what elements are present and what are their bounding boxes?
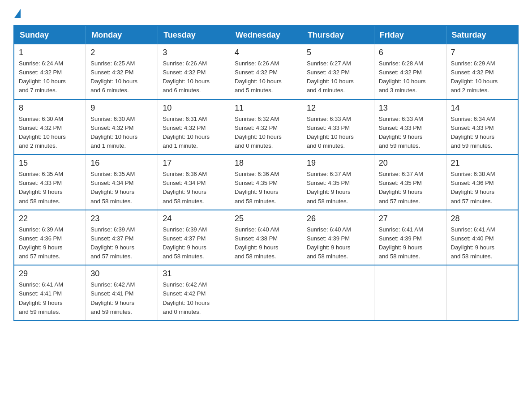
calendar-cell: 20Sunrise: 6:37 AMSunset: 4:35 PMDayligh… [374,154,446,210]
day-info: Sunrise: 6:35 AMSunset: 4:34 PMDaylight:… [90,170,153,206]
calendar-cell: 22Sunrise: 6:39 AMSunset: 4:36 PMDayligh… [14,210,86,265]
calendar-cell: 12Sunrise: 6:33 AMSunset: 4:33 PMDayligh… [302,99,374,155]
day-number: 8 [19,103,81,113]
weekday-header-row: SundayMondayTuesdayWednesdayThursdayFrid… [14,26,518,44]
day-number: 12 [307,103,369,113]
day-number: 20 [379,158,442,168]
calendar-cell [230,265,302,321]
calendar-cell: 10Sunrise: 6:31 AMSunset: 4:32 PMDayligh… [158,99,230,155]
day-number: 19 [307,158,369,168]
day-info: Sunrise: 6:41 AMSunset: 4:41 PMDaylight:… [19,280,81,317]
calendar-cell: 28Sunrise: 6:41 AMSunset: 4:40 PMDayligh… [446,210,518,265]
day-info: Sunrise: 6:30 AMSunset: 4:32 PMDaylight:… [90,115,153,151]
day-info: Sunrise: 6:30 AMSunset: 4:32 PMDaylight:… [19,115,81,151]
calendar-cell: 14Sunrise: 6:34 AMSunset: 4:33 PMDayligh… [446,99,518,155]
logo [13,9,21,16]
calendar-cell: 18Sunrise: 6:36 AMSunset: 4:35 PMDayligh… [230,154,302,210]
calendar-cell: 24Sunrise: 6:39 AMSunset: 4:37 PMDayligh… [158,210,230,265]
day-number: 24 [163,214,225,223]
calendar-cell: 30Sunrise: 6:42 AMSunset: 4:41 PMDayligh… [86,265,158,321]
weekday-header-thursday: Thursday [302,26,374,44]
day-number: 26 [307,214,369,223]
day-number: 15 [19,158,81,168]
day-info: Sunrise: 6:39 AMSunset: 4:37 PMDaylight:… [90,225,153,261]
calendar-cell: 21Sunrise: 6:38 AMSunset: 4:36 PMDayligh… [446,154,518,210]
calendar-cell: 11Sunrise: 6:32 AMSunset: 4:32 PMDayligh… [230,99,302,155]
day-number: 14 [451,103,513,113]
day-info: Sunrise: 6:39 AMSunset: 4:37 PMDaylight:… [163,225,225,261]
day-info: Sunrise: 6:39 AMSunset: 4:36 PMDaylight:… [19,225,81,261]
calendar-week-row: 22Sunrise: 6:39 AMSunset: 4:36 PMDayligh… [14,210,518,265]
day-info: Sunrise: 6:29 AMSunset: 4:32 PMDaylight:… [451,59,513,95]
day-info: Sunrise: 6:36 AMSunset: 4:34 PMDaylight:… [163,170,225,206]
day-info: Sunrise: 6:41 AMSunset: 4:39 PMDaylight:… [379,225,442,261]
day-info: Sunrise: 6:38 AMSunset: 4:36 PMDaylight:… [451,170,513,206]
day-info: Sunrise: 6:37 AMSunset: 4:35 PMDaylight:… [379,170,442,206]
day-number: 6 [379,48,442,57]
calendar-week-row: 8Sunrise: 6:30 AMSunset: 4:32 PMDaylight… [14,99,518,155]
day-info: Sunrise: 6:35 AMSunset: 4:33 PMDaylight:… [19,170,81,206]
calendar-week-row: 15Sunrise: 6:35 AMSunset: 4:33 PMDayligh… [14,154,518,210]
weekday-header-saturday: Saturday [446,26,518,44]
day-info: Sunrise: 6:32 AMSunset: 4:32 PMDaylight:… [235,115,297,151]
day-info: Sunrise: 6:25 AMSunset: 4:32 PMDaylight:… [90,59,153,95]
calendar-cell: 17Sunrise: 6:36 AMSunset: 4:34 PMDayligh… [158,154,230,210]
calendar-cell: 27Sunrise: 6:41 AMSunset: 4:39 PMDayligh… [374,210,446,265]
calendar-week-row: 1Sunrise: 6:24 AMSunset: 4:32 PMDaylight… [14,44,518,99]
weekday-header-sunday: Sunday [14,26,86,44]
day-number: 5 [307,48,369,57]
day-number: 27 [379,214,442,223]
day-number: 3 [163,48,225,57]
calendar-cell: 16Sunrise: 6:35 AMSunset: 4:34 PMDayligh… [86,154,158,210]
day-number: 21 [451,158,513,168]
calendar-cell: 13Sunrise: 6:33 AMSunset: 4:33 PMDayligh… [374,99,446,155]
day-info: Sunrise: 6:41 AMSunset: 4:40 PMDaylight:… [451,225,513,261]
page-header [13,9,519,16]
day-number: 29 [19,269,81,278]
weekday-header-friday: Friday [374,26,446,44]
day-info: Sunrise: 6:24 AMSunset: 4:32 PMDaylight:… [19,59,81,95]
calendar-body: 1Sunrise: 6:24 AMSunset: 4:32 PMDaylight… [14,44,518,321]
calendar-cell: 5Sunrise: 6:27 AMSunset: 4:32 PMDaylight… [302,44,374,99]
calendar-cell: 15Sunrise: 6:35 AMSunset: 4:33 PMDayligh… [14,154,86,210]
calendar-cell: 29Sunrise: 6:41 AMSunset: 4:41 PMDayligh… [14,265,86,321]
calendar-table: SundayMondayTuesdayWednesdayThursdayFrid… [13,25,519,321]
calendar-cell: 26Sunrise: 6:40 AMSunset: 4:39 PMDayligh… [302,210,374,265]
calendar-cell: 19Sunrise: 6:37 AMSunset: 4:35 PMDayligh… [302,154,374,210]
calendar-cell: 6Sunrise: 6:28 AMSunset: 4:32 PMDaylight… [374,44,446,99]
day-info: Sunrise: 6:31 AMSunset: 4:32 PMDaylight:… [163,115,225,151]
calendar-cell: 23Sunrise: 6:39 AMSunset: 4:37 PMDayligh… [86,210,158,265]
day-number: 9 [90,103,153,113]
day-number: 23 [90,214,153,223]
day-info: Sunrise: 6:37 AMSunset: 4:35 PMDaylight:… [307,170,369,206]
calendar-cell: 7Sunrise: 6:29 AMSunset: 4:32 PMDaylight… [446,44,518,99]
day-number: 31 [163,269,225,278]
day-number: 17 [163,158,225,168]
day-number: 28 [451,214,513,223]
day-number: 22 [19,214,81,223]
day-number: 7 [451,48,513,57]
day-info: Sunrise: 6:40 AMSunset: 4:39 PMDaylight:… [307,225,369,261]
weekday-header-wednesday: Wednesday [230,26,302,44]
calendar-cell: 1Sunrise: 6:24 AMSunset: 4:32 PMDaylight… [14,44,86,99]
day-number: 13 [379,103,442,113]
logo-triangle-icon [14,9,21,18]
calendar-week-row: 29Sunrise: 6:41 AMSunset: 4:41 PMDayligh… [14,265,518,321]
day-info: Sunrise: 6:42 AMSunset: 4:42 PMDaylight:… [163,280,225,317]
calendar-cell: 25Sunrise: 6:40 AMSunset: 4:38 PMDayligh… [230,210,302,265]
calendar-cell [446,265,518,321]
calendar-cell: 2Sunrise: 6:25 AMSunset: 4:32 PMDaylight… [86,44,158,99]
day-number: 11 [235,103,297,113]
day-info: Sunrise: 6:33 AMSunset: 4:33 PMDaylight:… [307,115,369,151]
day-number: 30 [90,269,153,278]
weekday-header-monday: Monday [86,26,158,44]
calendar-header: SundayMondayTuesdayWednesdayThursdayFrid… [14,26,518,44]
day-info: Sunrise: 6:36 AMSunset: 4:35 PMDaylight:… [235,170,297,206]
calendar-cell [374,265,446,321]
calendar-cell: 4Sunrise: 6:26 AMSunset: 4:32 PMDaylight… [230,44,302,99]
calendar-cell: 8Sunrise: 6:30 AMSunset: 4:32 PMDaylight… [14,99,86,155]
day-info: Sunrise: 6:26 AMSunset: 4:32 PMDaylight:… [163,59,225,95]
day-number: 1 [19,48,81,57]
day-number: 2 [90,48,153,57]
calendar-cell: 9Sunrise: 6:30 AMSunset: 4:32 PMDaylight… [86,99,158,155]
